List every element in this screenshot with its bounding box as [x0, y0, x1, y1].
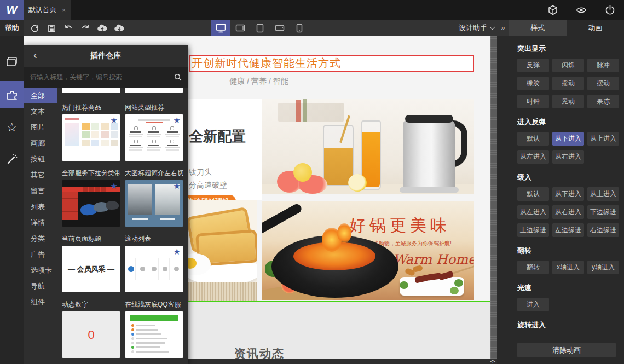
sidebar-item-pages[interactable] — [0, 48, 24, 76]
device-phone-landscape-button[interactable] — [270, 20, 290, 36]
sidebar-item-plugins[interactable] — [0, 81, 24, 108]
kettle-photo[interactable] — [262, 99, 474, 194]
animation-button[interactable]: 右边缘进 — [587, 223, 619, 237]
plugin-card-preview[interactable]: ★ — [125, 246, 183, 292]
category-item[interactable]: 组件 — [24, 294, 57, 310]
animation-button[interactable]: 默认 — [517, 187, 549, 201]
search-icon[interactable] — [168, 73, 188, 81]
plugin-card[interactable]: 网站类型推荐★ — [125, 95, 183, 161]
category-item[interactable]: 图片 — [24, 119, 57, 135]
animation-button[interactable]: 从下进入 — [552, 132, 584, 146]
plugin-card[interactable]: 动态数字0 — [62, 292, 120, 358]
wok-banner[interactable]: 好锅更美味 无忧购物，至诚服务为你保驾护航! Warm Home — [262, 201, 474, 300]
card-partial[interactable] — [125, 88, 183, 93]
category-item[interactable]: 文本 — [24, 103, 57, 119]
favorite-star-icon[interactable]: ★ — [174, 247, 181, 257]
redo-icon[interactable] — [80, 23, 90, 33]
favorite-star-icon[interactable]: ★ — [174, 181, 181, 191]
animation-button[interactable]: y轴进入 — [587, 261, 619, 274]
animation-button[interactable]: 从右进入 — [552, 205, 584, 219]
favorite-star-icon[interactable]: ★ — [111, 115, 118, 125]
tab-style[interactable]: 样式 — [509, 20, 567, 36]
category-item[interactable]: 画廊 — [24, 135, 57, 151]
animation-button[interactable]: 从左进入 — [517, 150, 549, 164]
card-partial[interactable] — [62, 88, 120, 93]
category-item[interactable]: 选项卡 — [24, 262, 57, 278]
category-item[interactable]: 列表 — [24, 199, 57, 215]
animation-button[interactable]: 上边缘进 — [517, 223, 549, 237]
design-assistant-dropdown[interactable]: 设计助手 — [459, 20, 494, 36]
device-phone-portrait-button[interactable] — [290, 20, 309, 36]
app-logo[interactable]: W — [0, 0, 24, 20]
plugin-card[interactable]: 大图标题简介左右切...★ — [125, 161, 183, 227]
banner-text-block[interactable]: 全新配置 钛刀头 分高速破壁 热破壁料理机 — [188, 99, 262, 200]
category-item[interactable]: 留言 — [24, 183, 57, 199]
animation-button[interactable]: 默认 — [517, 132, 549, 146]
device-tablet-portrait-button[interactable] — [250, 20, 270, 36]
cloud-upload-icon[interactable] — [97, 23, 107, 33]
animation-button[interactable]: 从上进入 — [587, 187, 619, 201]
canvas-scrollbar[interactable] — [490, 36, 497, 359]
components-cube-icon[interactable] — [547, 4, 558, 15]
page-tab[interactable]: 默认首页 × — [24, 0, 71, 20]
plugin-card[interactable]: 页眉2 — [125, 358, 183, 364]
refresh-icon[interactable] — [30, 23, 39, 33]
animation-button[interactable]: 进入 — [517, 298, 549, 311]
collapse-button[interactable]: » — [497, 20, 509, 36]
category-item[interactable]: 分类 — [24, 230, 57, 246]
news-section-title[interactable]: 资讯动态 — [234, 346, 285, 359]
plugin-card[interactable]: 全部服务下拉分类带...★ — [62, 161, 120, 227]
favorite-star-icon[interactable]: ★ — [174, 115, 181, 125]
power-icon[interactable] — [604, 4, 615, 15]
sidebar-item-favorites[interactable]: ☆ — [0, 114, 24, 141]
tab-animation[interactable]: 动画 — [567, 20, 624, 36]
clear-animation-button[interactable]: 清除动画 — [517, 343, 616, 357]
plugin-card-preview[interactable]: ★ — [125, 180, 183, 227]
animation-button[interactable]: 下边缘进 — [587, 205, 619, 219]
cloud-download-icon[interactable] — [114, 23, 124, 33]
animation-button[interactable]: 果冻 — [587, 95, 619, 108]
plugin-card-preview[interactable] — [125, 311, 183, 358]
animation-button[interactable]: x轴进入 — [552, 261, 584, 274]
animation-button[interactable]: 从右进入 — [552, 150, 584, 164]
category-item[interactable]: 导航 — [24, 278, 57, 294]
plugin-card[interactable]: 在线浅灰底QQ客服 — [125, 292, 183, 358]
favorite-star-icon[interactable]: ★ — [111, 181, 118, 191]
plugin-search-input[interactable] — [24, 73, 168, 81]
category-item[interactable]: 广告 — [24, 246, 57, 262]
animation-button[interactable]: 翻转 — [517, 261, 549, 274]
plugin-card[interactable]: 热门推荐商品★ — [62, 95, 120, 161]
help-button[interactable]: 帮助 — [0, 20, 24, 36]
animation-button[interactable]: 摇动 — [552, 77, 584, 90]
animation-button[interactable]: 橡胶 — [517, 77, 549, 90]
animation-button[interactable]: 闪烁 — [552, 59, 584, 72]
subtitle-text[interactable]: 健康 / 营养 / 智能 — [204, 77, 314, 86]
category-item[interactable]: 全部 — [24, 88, 57, 103]
animation-button[interactable]: 反弹 — [517, 59, 549, 72]
plugin-card-preview[interactable]: ★ — [62, 180, 120, 227]
animation-button[interactable]: 时钟 — [517, 95, 549, 108]
code-icon[interactable]: <> — [490, 359, 495, 364]
animation-button[interactable]: 摆动 — [587, 77, 619, 90]
plugin-card-preview[interactable]: — 会员风采 — — [62, 246, 120, 292]
animation-button[interactable]: 晃动 — [552, 95, 584, 108]
category-item[interactable]: 按钮 — [24, 151, 57, 167]
animation-button[interactable]: 脉冲 — [587, 59, 619, 72]
headline-text-element[interactable]: 开创新时代健康智能生活方式 — [189, 55, 474, 72]
category-item[interactable]: 详情 — [24, 215, 57, 230]
undo-icon[interactable] — [63, 23, 73, 33]
close-tab-icon[interactable]: × — [62, 6, 66, 14]
plugin-card[interactable]: 滚动列表★ — [125, 227, 183, 292]
preview-eye-icon[interactable] — [576, 4, 587, 15]
sidebar-item-design-tools[interactable] — [0, 146, 24, 173]
toast-photo[interactable] — [188, 200, 257, 302]
device-tablet-landscape-button[interactable] — [230, 20, 250, 36]
plugin-card-preview[interactable]: 0 — [62, 311, 120, 358]
device-desktop-button[interactable] — [211, 20, 230, 36]
animation-button[interactable]: 从下进入 — [552, 187, 584, 201]
animation-button[interactable]: 从左进入 — [517, 205, 549, 219]
banner-button[interactable]: 热破壁料理机 — [188, 195, 236, 200]
plugin-card[interactable]: 联系我们 — [62, 358, 120, 364]
category-item[interactable]: 其它 — [24, 167, 57, 183]
plugin-card[interactable]: 当前页面标题— 会员风采 — — [62, 227, 120, 292]
